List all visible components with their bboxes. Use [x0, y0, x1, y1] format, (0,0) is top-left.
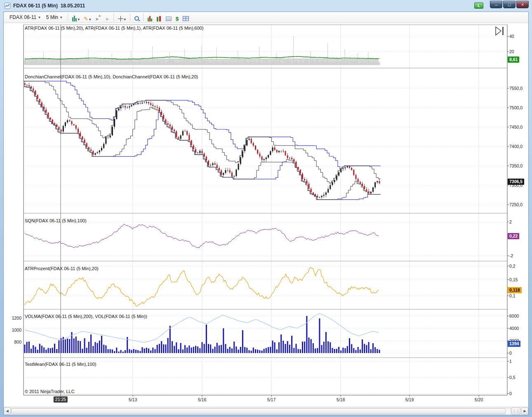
maximize-icon: □ [508, 2, 511, 7]
pencil-icon: ✎ [84, 16, 88, 21]
panel-label-sqn: SQN(FDAX 06-11 (5 Min),100) [25, 218, 87, 223]
minimize-button[interactable]: – [490, 1, 502, 8]
marker-tool-button[interactable]: ➤ ✶ [93, 12, 104, 22]
go-to-last-icon[interactable] [494, 25, 505, 37]
chevron-down-icon: ▾ [124, 17, 126, 21]
account-button[interactable]: $ [174, 12, 181, 22]
chart-style-button[interactable]: ▾ [70, 12, 82, 22]
copyright: © 2011 NinjaTrader, LLC [25, 389, 75, 394]
scroll-right-button[interactable]: ▶ [521, 408, 528, 415]
scroll-left-button[interactable]: ◀ [4, 408, 11, 415]
mini-chart-icon [148, 16, 153, 21]
drawing-tools-button[interactable]: ✎ ▾ [82, 12, 93, 22]
chevron-down-icon: ▾ [89, 17, 91, 21]
panel-layout-button[interactable] [181, 12, 191, 22]
snapshot-button[interactable] [164, 12, 174, 22]
chart-trader-button[interactable] [146, 12, 155, 22]
cursor-icon: ➤ [105, 17, 109, 21]
image-icon [166, 16, 172, 21]
star-icon: ✶ [98, 14, 101, 18]
scrollbar-track[interactable] [11, 408, 511, 415]
panel-label-volma: VOLMA(FDAX 06-11 (5 Min),200), VOL(FDAX … [25, 314, 147, 319]
interval-label: 5 Min [46, 14, 58, 20]
panel-label-donchian: DonchianChannel(FDAX 06-11 (5 Min),10), … [25, 74, 198, 79]
crosshair-button[interactable]: ▾ [116, 12, 128, 22]
close-button[interactable]: × [516, 1, 529, 8]
scrollbar-thumb[interactable] [12, 408, 506, 414]
app-icon [4, 2, 11, 9]
scroll-right-icon: ▶ [523, 409, 526, 413]
horizontal-scrollbar[interactable]: ◀ ⋮⋮ ▶ [4, 407, 528, 415]
bar-chart-icon [72, 16, 77, 21]
data-series-button[interactable] [155, 12, 164, 22]
title-bar[interactable]: FDAX 06-11 (5 Min) 18.05.2011 L – □ × [0, 0, 532, 12]
interval-selector[interactable]: 5 Min ▾ [44, 14, 66, 21]
panel-label-atrprozent: ATRProzent(FDAX 06-11 (5 Min),20) [25, 266, 99, 271]
window-controls: – □ × [490, 1, 529, 8]
toolbar: FDAX 06-11 ▾ 5 Min ▾ ▾ ✎ ▾ ➤ ✶ ➤ ▾ [4, 12, 528, 23]
pointer-tool-button[interactable]: ➤ [103, 12, 111, 22]
panel-label-atr: ATR(FDAX 06-11 (5 Min),20), ATR(FDAX 06-… [25, 26, 203, 31]
close-icon: × [521, 2, 524, 7]
maximize-button[interactable]: □ [503, 1, 516, 8]
dollar-icon: $ [176, 16, 179, 21]
grid-icon [183, 16, 189, 21]
grip-icon: ⋮⋮ [512, 409, 520, 413]
toolbar-separator [113, 14, 114, 21]
toolbar-separator [68, 14, 68, 21]
toolbar-separator [130, 14, 130, 21]
scrollbar-grip[interactable]: ⋮⋮ [511, 408, 520, 415]
chevron-down-icon: ▾ [38, 15, 40, 19]
scroll-left-icon: ◀ [6, 409, 8, 413]
app-window: FDAX 06-11 (5 Min) 18.05.2011 L – □ × FD… [0, 0, 532, 417]
magnifier-icon [134, 16, 139, 21]
crosshair-icon [118, 16, 123, 21]
instrument-link-button[interactable]: L [474, 2, 483, 9]
chevron-down-icon: ▾ [78, 17, 80, 21]
candlestick-icon [157, 16, 162, 21]
toolbar-separator [143, 14, 144, 21]
chevron-down-icon: ▾ [60, 15, 62, 19]
minimize-icon: – [495, 2, 497, 7]
zoom-button[interactable] [132, 12, 141, 22]
window-title: FDAX 06-11 (5 Min) 18.05.2011 [13, 3, 85, 9]
panel-label-testmean: TestMean(FDAX 06-11 (5 Min),100) [25, 362, 96, 367]
chart-area[interactable] [24, 25, 507, 395]
instrument-label: FDAX 06-11 [9, 14, 36, 20]
instrument-selector[interactable]: FDAX 06-11 ▾ [7, 14, 44, 21]
